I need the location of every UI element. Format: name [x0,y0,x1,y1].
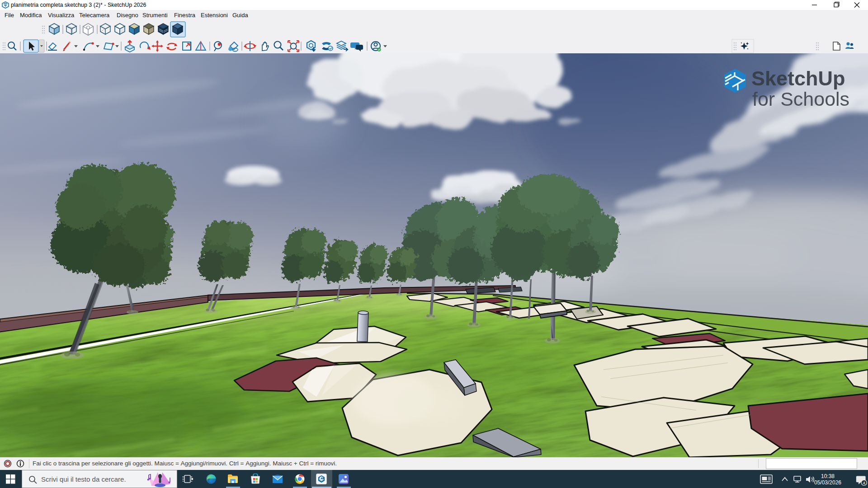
svg-text:4: 4 [863,480,866,485]
svg-text:for Schools: for Schools [752,88,849,110]
svg-text:SketchUp: SketchUp [751,67,845,90]
